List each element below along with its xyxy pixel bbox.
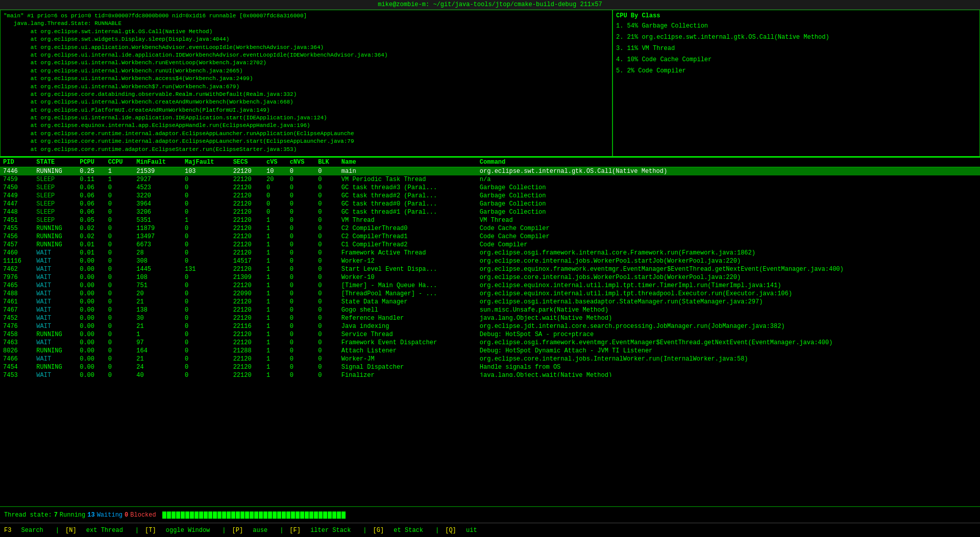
table-row[interactable]: 7450SLEEP0.0604523022120000GC task threa… — [0, 184, 980, 192]
table-cell: 0 — [105, 192, 134, 200]
table-cell: SLEEP — [33, 216, 77, 224]
table-cell: 0 — [182, 330, 230, 339]
table-row[interactable]: 7459SLEEP0.11129270221202000VM Periodic … — [0, 175, 980, 184]
table-cell: 7450 — [0, 184, 33, 192]
tick — [194, 512, 199, 519]
cmd-item[interactable]: [G] et Stack — [373, 527, 429, 534]
table-row[interactable]: 7462WAIT0.000144513122120100Start Level … — [0, 265, 980, 273]
table-cell: SLEEP — [33, 208, 77, 216]
table-cell: 0 — [315, 322, 338, 330]
table-row[interactable]: 7453WAIT0.00040022120100Finalizerjava.la… — [0, 371, 980, 377]
table-cell: 0 — [182, 282, 230, 290]
table-cell: 1 — [263, 233, 287, 241]
table-cell: 0 — [182, 224, 230, 233]
stack-line: at org.eclipse.ui.PlatformUI.createAndRu… — [4, 107, 609, 114]
table-cell: 0 — [263, 184, 287, 192]
table-cell: WAIT — [33, 339, 77, 347]
cmd-item[interactable]: [P] ause — [232, 527, 274, 534]
table-cell: 0 — [315, 200, 338, 208]
table-wrapper[interactable]: PID STATE PCPU CCPU MinFault MajFault SE… — [0, 158, 980, 377]
table-cell: 0 — [182, 371, 230, 377]
table-cell: 0.05 — [77, 216, 105, 224]
table-row[interactable]: 7452WAIT0.00030022120100Reference Handle… — [0, 314, 980, 322]
cmd-separator: | — [280, 527, 283, 534]
table-row[interactable]: 7976WAIT0.000108021309100Worker-10org.ec… — [0, 273, 980, 282]
table-row[interactable]: 7476WAIT0.00021022116100Java indexingorg… — [0, 322, 980, 330]
table-cell: org.eclipse.osgi.internal.baseadaptor.St… — [477, 298, 980, 306]
table-cell: 7458 — [0, 330, 33, 339]
stack-line: java.lang.Thread.State: RUNNABLE — [4, 20, 609, 28]
table-cell: 1 — [263, 314, 287, 322]
table-row[interactable]: 7451SLEEP0.0505351122120100VM ThreadVM T… — [0, 216, 980, 224]
table-cell: 0 — [315, 314, 338, 322]
table-cell: Handle signals from OS — [477, 363, 980, 371]
cmd-item[interactable]: [N] ext Thread — [65, 527, 129, 534]
table-cell: 0 — [182, 363, 230, 371]
table-cell: 0.00 — [77, 355, 105, 363]
table-cell: Worker-10 — [338, 273, 477, 282]
table-cell: 131 — [182, 265, 230, 273]
table-cell: 103 — [182, 167, 230, 176]
tick — [309, 512, 313, 519]
thread-tbody: 7446RUNNING0.25121539103221201000mainorg… — [0, 167, 980, 377]
table-cell: 21309 — [230, 273, 263, 282]
table-row[interactable]: 8026RUNNING0.000164021288100Attach Liste… — [0, 347, 980, 355]
table-cell: 11879 — [133, 224, 182, 233]
cmd-item[interactable]: [F] ilter Stack — [289, 527, 357, 534]
cmd-item[interactable]: [T] oggle Window — [145, 527, 216, 534]
table-row[interactable]: 7488WAIT0.00020022090100[ThreadPool Mana… — [0, 290, 980, 298]
table-row[interactable]: 7454RUNNING0.00024022120100Signal Dispat… — [0, 363, 980, 371]
table-row[interactable]: 7446RUNNING0.25121539103221201000mainorg… — [0, 167, 980, 176]
table-cell: 7454 — [0, 363, 33, 371]
table-cell: 0 — [182, 249, 230, 257]
table-cell: 0 — [182, 290, 230, 298]
table-cell: 0 — [315, 363, 338, 371]
table-row[interactable]: 7467WAIT0.000138022120100Gogo shellsun.m… — [0, 306, 980, 314]
table-cell: 0 — [105, 322, 134, 330]
table-cell: 1 — [263, 339, 287, 347]
table-row[interactable]: 7466WAIT0.00021022120100Worker-JMorg.ecl… — [0, 355, 980, 363]
table-cell: 0 — [287, 257, 315, 265]
table-row[interactable]: 7460WAIT0.01028022120100Framework Active… — [0, 249, 980, 257]
cmd-item[interactable]: F3 Search — [4, 527, 50, 534]
table-row[interactable]: 7458RUNNING0.0001022120100Service Thread… — [0, 330, 980, 339]
stack-line: at org.eclipse.ui.internal.Workbench.cre… — [4, 98, 609, 106]
table-row[interactable]: 7457RUNNING0.0106673022120100C1 Compiler… — [0, 241, 980, 249]
table-cell: org.eclipse.osgi.framework.internal.core… — [477, 249, 980, 257]
tick — [199, 512, 203, 519]
cmd-item[interactable]: [Q] uit — [445, 527, 483, 534]
table-cell: 7461 — [0, 298, 33, 306]
table-cell: State Data Manager — [338, 298, 477, 306]
table-row[interactable]: 7448SLEEP0.0603206022120000GC task threa… — [0, 208, 980, 216]
table-cell: 0 — [182, 192, 230, 200]
table-row[interactable]: 7447SLEEP0.0603964022120000GC task threa… — [0, 200, 980, 208]
table-cell: 1 — [263, 265, 287, 273]
table-cell: 0 — [105, 282, 134, 290]
table-row[interactable]: 7456RUNNING0.02013497022120100C2 Compile… — [0, 233, 980, 241]
tick — [240, 512, 244, 519]
table-cell: C2 CompilerThread1 — [338, 233, 477, 241]
table-row[interactable]: 7449SLEEP0.0603220022120000GC task threa… — [0, 192, 980, 200]
table-cell: 0 — [287, 249, 315, 257]
table-row[interactable]: 7463WAIT0.00097022120100Framework Event … — [0, 339, 980, 347]
table-row[interactable]: 11116WAIT0.000308014517100Worker-12org.e… — [0, 257, 980, 265]
table-cell: 138 — [133, 306, 182, 314]
tick — [337, 512, 341, 519]
table-cell: 108 — [133, 273, 182, 282]
stack-line: at org.eclipse.ui.internal.Workbench.run… — [4, 67, 609, 75]
table-row[interactable]: 7461WAIT0.00021022120100State Data Manag… — [0, 298, 980, 306]
table-row[interactable]: 7465WAIT0.000751022120100[Timer] - Main … — [0, 282, 980, 290]
table-cell: 40 — [133, 371, 182, 377]
table-cell: 0 — [315, 298, 338, 306]
table-cell: 21 — [133, 355, 182, 363]
table-cell: 751 — [133, 282, 182, 290]
table-cell: 21 — [133, 298, 182, 306]
table-cell: 5351 — [133, 216, 182, 224]
table-cell: 1 — [263, 241, 287, 249]
table-cell: 0 — [315, 330, 338, 339]
table-row[interactable]: 7455RUNNING0.02011879022120100C2 Compile… — [0, 224, 980, 233]
table-cell: 7451 — [0, 216, 33, 224]
table-cell: WAIT — [33, 298, 77, 306]
table-cell: 14517 — [230, 257, 263, 265]
table-cell: 0 — [105, 290, 134, 298]
